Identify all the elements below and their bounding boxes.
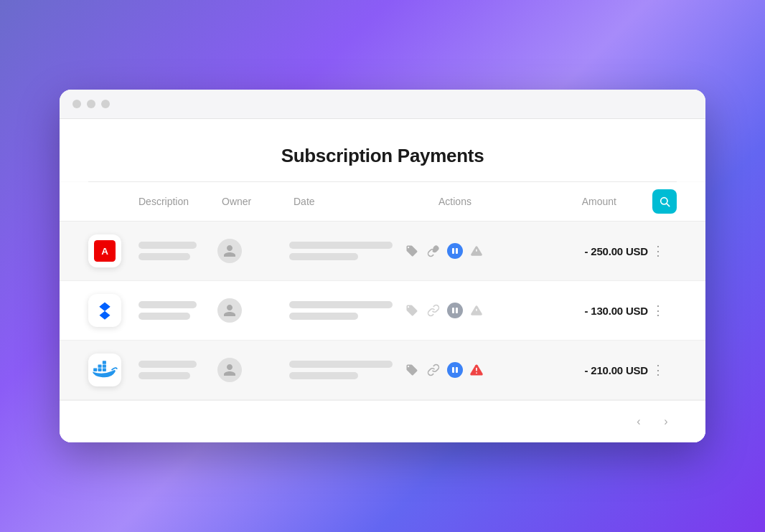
app-icon-docker <box>88 353 121 386</box>
pause-badge-2[interactable] <box>447 303 463 318</box>
svg-rect-16 <box>93 368 97 371</box>
svg-rect-18 <box>103 368 106 371</box>
svg-rect-17 <box>98 368 102 371</box>
owner-icon-2 <box>217 298 242 323</box>
svg-rect-11 <box>452 308 454 313</box>
pause-badge-1[interactable] <box>447 243 463 259</box>
table-row: A <box>60 222 705 281</box>
row-inner-1: A <box>88 234 677 267</box>
tag-icon-2[interactable] <box>404 303 420 318</box>
amount-1: - 250.00 USD <box>533 245 648 257</box>
svg-line-1 <box>667 204 670 206</box>
owner-icon-3 <box>217 358 242 382</box>
window-dot-2 <box>87 100 95 108</box>
col-date: Date <box>294 196 408 207</box>
date-skeleton-2 <box>289 301 404 320</box>
warning-icon-1[interactable] <box>469 243 484 259</box>
pagination: ‹ › <box>60 400 705 442</box>
more-button-2[interactable]: ⋮ <box>648 300 668 320</box>
col-description: Description <box>139 196 222 207</box>
warning-icon-3[interactable] <box>469 362 484 378</box>
page-title: Subscription Payments <box>88 145 677 167</box>
col-amount: Amount <box>502 196 616 207</box>
link-icon-2[interactable] <box>426 303 441 318</box>
table-row: - 130.00 USD ⋮ <box>60 281 705 341</box>
amount-2: - 130.00 USD <box>533 305 648 317</box>
more-button-3[interactable]: ⋮ <box>648 360 668 380</box>
svg-rect-23 <box>456 367 458 373</box>
col-owner: Owner <box>222 196 294 207</box>
svg-point-25 <box>476 372 477 374</box>
search-button[interactable] <box>652 189 677 214</box>
link-icon-3[interactable] <box>426 362 441 378</box>
window-dot-1 <box>72 100 81 108</box>
window-chrome <box>60 90 705 119</box>
description-skeleton-3 <box>139 361 217 379</box>
row-inner-2: - 130.00 USD ⋮ <box>88 294 677 327</box>
svg-rect-22 <box>452 367 454 373</box>
tag-icon-3[interactable] <box>404 362 420 378</box>
window-dot-3 <box>101 100 110 108</box>
page-header: Subscription Payments <box>60 119 705 181</box>
table-header-row: Description Owner Date Actions Amount <box>60 182 705 222</box>
window-body: Subscription Payments Description Owner … <box>60 119 705 442</box>
actions-group-3 <box>404 362 533 378</box>
warning-icon-2[interactable] <box>469 303 484 318</box>
more-button-1[interactable]: ⋮ <box>648 241 668 261</box>
description-skeleton-1 <box>139 242 217 260</box>
svg-rect-21 <box>103 361 106 364</box>
date-skeleton-3 <box>289 361 404 379</box>
description-skeleton-2 <box>139 301 217 320</box>
actions-group-1 <box>404 243 533 259</box>
svg-rect-19 <box>98 364 102 367</box>
svg-rect-4 <box>452 248 454 254</box>
column-labels: Description Owner Date Actions Amount <box>88 196 652 207</box>
owner-icon-1 <box>217 239 242 263</box>
svg-rect-12 <box>456 308 458 313</box>
actions-group-2 <box>404 303 533 318</box>
pause-badge-3[interactable] <box>447 362 463 378</box>
next-page-button[interactable]: › <box>655 411 677 432</box>
app-icon-dropbox <box>88 294 121 327</box>
link-icon-1[interactable] <box>426 243 441 259</box>
svg-rect-20 <box>103 364 106 367</box>
col-actions: Actions <box>408 196 502 207</box>
table-row: - 210.00 USD ⋮ <box>60 341 705 400</box>
svg-rect-5 <box>456 248 458 254</box>
main-window: Subscription Payments Description Owner … <box>60 90 705 442</box>
row-inner-3: - 210.00 USD ⋮ <box>88 353 677 386</box>
amount-3: - 210.00 USD <box>533 364 648 376</box>
tag-icon-1[interactable] <box>404 243 420 259</box>
app-icon-ansible: A <box>88 234 121 267</box>
date-skeleton-1 <box>289 242 404 260</box>
prev-page-button[interactable]: ‹ <box>628 411 649 432</box>
svg-text:A: A <box>101 246 108 257</box>
